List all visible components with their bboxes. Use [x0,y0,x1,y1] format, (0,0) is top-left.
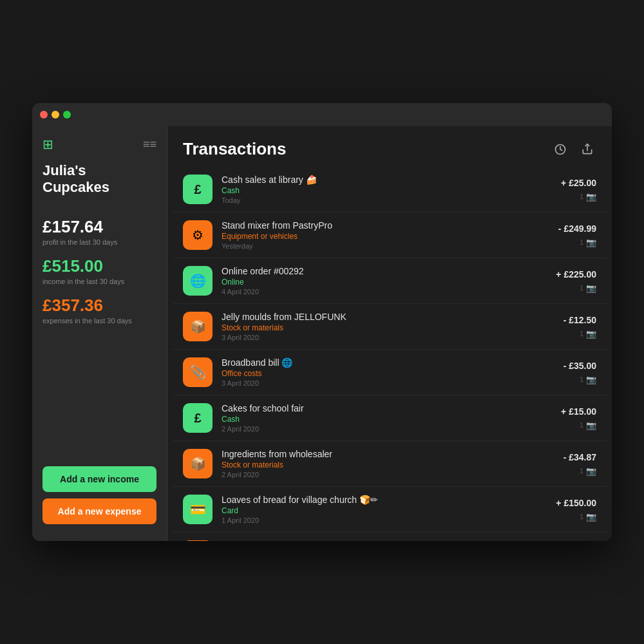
transaction-receipt: 1 📷 [580,375,596,384]
main-content: Transactions [167,126,612,541]
titlebar [32,103,612,126]
transaction-icon: ⚙ [183,220,213,250]
transaction-category: Cash [222,186,552,195]
camera-icon: 📷 [586,512,596,522]
transaction-amount: + £225.00 [556,269,596,279]
transaction-name: Jelly moulds from JELLOFUNK [222,312,554,322]
transaction-right: - £249.99 1 📷 [558,223,596,247]
transaction-right: - £34.87 1 📷 [564,452,596,476]
transaction-date: 1 April 2020 [222,516,547,524]
menu-icon[interactable]: ≡≡ [143,138,156,151]
transaction-row[interactable]: 📦 Jelly moulds from JELLOFUNK Stock or m… [173,304,607,350]
transaction-receipt: 1 📷 [580,421,596,430]
transaction-name: Cupcakes for wedding 🎂 [222,540,547,541]
sidebar: ⊞ ≡≡ Julia's Cupcakes £157.64 profit in … [32,126,167,541]
header-actions [551,140,596,158]
transaction-amount: - £12.50 [564,315,596,325]
transaction-right: + £225.00 1 📷 [556,269,596,293]
transaction-row[interactable]: £ Cash sales at library 🍰 Cash Today + £… [173,167,607,213]
transaction-icon: 📦 [183,312,213,341]
camera-icon: 📷 [586,466,596,476]
camera-icon: 📷 [586,329,596,339]
transaction-name: Cash sales at library 🍰 [222,175,552,185]
sidebar-header: ⊞ ≡≡ [43,137,156,152]
transaction-receipt: 1 📷 [580,238,596,247]
transaction-info: Stand mixer from PastryPro Equipment or … [222,220,549,250]
transaction-name: Stand mixer from PastryPro [222,220,549,231]
add-expense-button[interactable]: Add a new expense [43,498,156,524]
expenses-value: £357.36 [43,296,156,316]
transaction-icon: £ [183,403,213,433]
profit-stat: £157.64 profit in the last 30 days [43,217,156,246]
camera-icon: 📷 [586,283,596,293]
transaction-date: 4 April 2020 [222,288,547,296]
transaction-right: - £12.50 1 📷 [564,315,596,339]
transaction-amount: - £249.99 [558,223,596,234]
close-button[interactable] [40,111,48,118]
transaction-receipt: 1 📷 [580,192,596,202]
add-income-button[interactable]: Add a new income [43,466,156,492]
transaction-info: Jelly moulds from JELLOFUNK Stock or mat… [222,312,554,341]
transaction-info: Cupcakes for wedding 🎂 Cash 31 March 202… [222,540,547,541]
transaction-icon: £ [183,540,213,541]
transaction-row[interactable]: ⚙ Stand mixer from PastryPro Equipment o… [173,213,607,258]
transaction-amount: - £35.00 [564,361,596,371]
transaction-row[interactable]: 💳 Loaves of bread for village church 🍞✏ … [173,487,607,533]
transaction-icon: 📦 [183,449,213,478]
transaction-info: Cash sales at library 🍰 Cash Today [222,175,552,204]
transaction-row[interactable]: 📦 Ingredients from wholesaler Stock or m… [173,441,607,487]
expenses-stat: £357.36 expenses in the last 30 days [43,296,156,325]
transaction-info: Loaves of bread for village church 🍞✏ Ca… [222,495,547,524]
transaction-row[interactable]: £ Cupcakes for wedding 🎂 Cash 31 March 2… [173,533,607,541]
transaction-icon: £ [183,175,213,204]
transaction-icon: 💳 [183,495,213,524]
transaction-category: Cash [222,415,552,424]
transaction-amount: - £34.87 [564,452,596,462]
content-area: ⊞ ≡≡ Julia's Cupcakes £157.64 profit in … [32,126,612,541]
transaction-icon: 📎 [183,357,213,387]
refresh-icon[interactable] [551,140,569,158]
transaction-category: Online [222,278,547,287]
app-window: ⊞ ≡≡ Julia's Cupcakes £157.64 profit in … [32,103,612,541]
transaction-date: 3 April 2020 [222,334,554,341]
transaction-row[interactable]: £ Cakes for school fair Cash 2 April 202… [173,395,607,441]
transaction-right: + £25.00 1 📷 [561,178,596,202]
transaction-right: + £150.00 1 📷 [556,498,596,522]
expenses-label: expenses in the last 30 days [43,317,156,325]
transaction-row[interactable]: 🌐 Online order #00292 Online 4 April 202… [173,258,607,304]
maximize-button[interactable] [63,111,71,118]
transaction-amount: + £150.00 [556,498,596,508]
transaction-info: Online order #00292 Online 4 April 2020 [222,266,547,296]
transaction-date: 3 April 2020 [222,379,554,387]
transaction-receipt: 1 📷 [580,283,596,293]
transaction-row[interactable]: 📎 Broadband bill 🌐 Office costs 3 April … [173,350,607,395]
transaction-right: + £15.00 1 📷 [561,406,596,430]
income-stat: £515.00 income in the last 30 days [43,256,156,285]
transaction-date: 2 April 2020 [222,471,554,478]
transaction-name: Broadband bill 🌐 [222,357,554,368]
transaction-amount: + £15.00 [561,406,596,417]
share-icon[interactable] [578,140,596,158]
transaction-receipt: 1 📷 [580,512,596,522]
sidebar-title: Julia's Cupcakes [43,162,156,196]
transaction-name: Cakes for school fair [222,403,552,413]
transaction-category: Stock or materials [222,323,554,332]
transaction-amount: + £25.00 [561,178,596,188]
transaction-icon: 🌐 [183,266,213,296]
profit-label: profit in the last 30 days [43,238,156,246]
camera-icon: 📷 [586,238,596,247]
transaction-receipt: 1 📷 [580,329,596,339]
camera-icon: 📷 [586,421,596,430]
transaction-category: Equipment or vehicles [222,232,549,241]
transaction-date: 2 April 2020 [222,425,552,433]
transaction-right: - £35.00 1 📷 [564,361,596,384]
income-value: £515.00 [43,256,156,276]
transaction-info: Ingredients from wholesaler Stock or mat… [222,449,554,478]
transaction-name: Ingredients from wholesaler [222,449,554,459]
page-title: Transactions [183,139,286,159]
transaction-category: Office costs [222,369,554,378]
minimize-button[interactable] [52,111,59,118]
grid-icon[interactable]: ⊞ [43,137,53,152]
transaction-date: Yesterday [222,242,549,250]
transaction-info: Cakes for school fair Cash 2 April 2020 [222,403,552,433]
